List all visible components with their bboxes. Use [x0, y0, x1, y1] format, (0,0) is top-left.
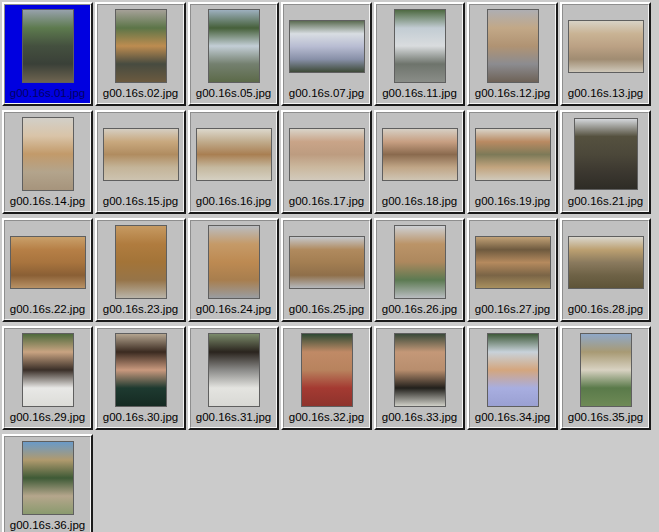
sphinx-statue-photo[interactable] — [22, 117, 74, 191]
three-horse-figurines-photo[interactable] — [289, 236, 365, 289]
thumbnail-cell-inner: g00.16s.29.jpg — [4, 328, 91, 428]
thumbnail-zone — [115, 225, 167, 299]
relief-closeup-photo[interactable] — [115, 225, 167, 299]
thumbnail-cell-inner: g00.16s.25.jpg — [283, 220, 370, 320]
crowd-with-flags-photo[interactable] — [115, 9, 167, 83]
thumbnail-cell[interactable]: g00.16s.34.jpg — [467, 326, 558, 430]
thumbnail-zone — [568, 9, 644, 83]
thumbnail-cell[interactable]: g00.16s.05.jpg — [188, 2, 279, 106]
thumbnail-filename: g00.16s.28.jpg — [568, 302, 643, 316]
thumbnail-filename: g00.16s.01.jpg — [10, 86, 85, 100]
ruins-on-hillside-photo[interactable] — [580, 333, 632, 407]
thumbnail-cell[interactable]: g00.16s.19.jpg — [467, 110, 558, 214]
thumbnail-cell[interactable]: g00.16s.23.jpg — [95, 218, 186, 322]
thumbnail-zone — [475, 117, 551, 191]
animal-relief-fragment-photo[interactable] — [103, 128, 179, 181]
man-with-goatee-portrait-photo[interactable] — [394, 333, 446, 407]
thumbnail-zone — [10, 225, 86, 299]
thumbnail-cell[interactable]: g00.16s.22.jpg — [2, 218, 93, 322]
thumbnail-cell[interactable]: g00.16s.30.jpg — [95, 326, 186, 430]
thumbnail-cell[interactable]: g00.16s.29.jpg — [2, 326, 93, 430]
thumbnail-cell-inner: g00.16s.36.jpg — [4, 436, 91, 532]
thumbnail-zone — [196, 117, 272, 191]
stone-frieze-relief-photo[interactable] — [568, 20, 644, 73]
thumbnail-cell[interactable]: g00.16s.26.jpg — [374, 218, 465, 322]
thumbnail-cell-inner: g00.16s.15.jpg — [97, 112, 184, 212]
thumbnail-cell[interactable]: g00.16s.17.jpg — [281, 110, 372, 214]
thumbnail-cell-inner: g00.16s.32.jpg — [283, 328, 370, 428]
thumbnail-filename: g00.16s.27.jpg — [475, 302, 550, 316]
thumbnail-filename: g00.16s.36.jpg — [10, 518, 85, 532]
thumbnail-filename: g00.16s.29.jpg — [10, 410, 85, 424]
thumbnail-cell[interactable]: g00.16s.36.jpg — [2, 434, 93, 532]
thumbnail-filename: g00.16s.33.jpg — [382, 410, 457, 424]
thumbnail-filename: g00.16s.26.jpg — [382, 302, 457, 316]
ruins-columns-with-people-photo[interactable] — [22, 441, 74, 515]
thumbnail-filename: g00.16s.02.jpg — [103, 86, 178, 100]
thumbnail-zone — [22, 441, 74, 515]
thumbnail-cell[interactable]: g00.16s.16.jpg — [188, 110, 279, 214]
thumbnail-cell-inner: g00.16s.12.jpg — [469, 4, 556, 104]
thumbnail-zone — [301, 333, 353, 407]
thumbnail-filename: g00.16s.23.jpg — [103, 302, 178, 316]
thumbnail-cell[interactable]: g00.16s.35.jpg — [560, 326, 651, 430]
relief-fragments-photo[interactable] — [289, 128, 365, 181]
thumbnail-zone — [22, 117, 74, 191]
thumbnail-cell-inner: g00.16s.23.jpg — [97, 220, 184, 320]
thumbnail-cell[interactable]: g00.16s.12.jpg — [467, 2, 558, 106]
thumbnail-cell-inner: g00.16s.30.jpg — [97, 328, 184, 428]
thumbnail-filename: g00.16s.22.jpg — [10, 302, 85, 316]
group-near-white-van-photo[interactable] — [394, 9, 446, 83]
thumbnail-zone — [289, 225, 365, 299]
thumbnail-cell[interactable]: g00.16s.13.jpg — [560, 2, 651, 106]
thumbnail-filename: g00.16s.34.jpg — [475, 410, 550, 424]
thumbnail-cell[interactable]: g00.16s.24.jpg — [188, 218, 279, 322]
smiling-woman-portrait-photo[interactable] — [115, 333, 167, 407]
draped-woman-statue-photo[interactable] — [208, 225, 260, 299]
thumbnail-cell-inner: g00.16s.17.jpg — [283, 112, 370, 212]
pink-relief-fragments-photo[interactable] — [382, 128, 458, 181]
thumbnail-zone — [208, 225, 260, 299]
thumbnail-cell[interactable]: g00.16s.31.jpg — [188, 326, 279, 430]
two-relief-fragments-photo[interactable] — [475, 128, 551, 181]
thumbnail-cell[interactable]: g00.16s.11.jpg — [374, 2, 465, 106]
reclining-figures-relief-photo[interactable] — [10, 236, 86, 289]
valley-view-photo[interactable] — [289, 20, 365, 73]
frieze-head-relief-photo[interactable] — [475, 236, 551, 289]
crowd-with-greek-flag-photo[interactable] — [22, 9, 74, 83]
thumbnail-cell[interactable]: g00.16s.18.jpg — [374, 110, 465, 214]
thumbnail-cell[interactable]: g00.16s.28.jpg — [560, 218, 651, 322]
thumbnail-cell-inner: g00.16s.07.jpg — [283, 4, 370, 104]
thumbnail-cell-inner: g00.16s.16.jpg — [190, 112, 277, 212]
shadowed-figure-relief-photo[interactable] — [568, 236, 644, 289]
man-playing-flute-photo[interactable] — [301, 333, 353, 407]
thumbnail-cell[interactable]: g00.16s.27.jpg — [467, 218, 558, 322]
woman-white-top-portrait-photo[interactable] — [22, 333, 74, 407]
thumbnail-cell-inner: g00.16s.34.jpg — [469, 328, 556, 428]
person-with-camera-photo[interactable] — [208, 333, 260, 407]
standing-statue-photo[interactable] — [394, 225, 446, 299]
thumbnail-zone — [394, 225, 446, 299]
stone-fragment-photo[interactable] — [196, 128, 272, 181]
thumbnail-cell[interactable]: g00.16s.02.jpg — [95, 2, 186, 106]
thumbnail-cell[interactable]: g00.16s.25.jpg — [281, 218, 372, 322]
thumbnail-cell[interactable]: g00.16s.21.jpg — [560, 110, 651, 214]
man-lavender-shirt-portrait-photo[interactable] — [487, 333, 539, 407]
kouros-twin-statues-photo[interactable] — [574, 118, 638, 190]
omphalos-stone-photo[interactable] — [487, 9, 539, 83]
greek-german-flags-hillside-photo[interactable] — [208, 9, 260, 83]
thumbnail-cell[interactable]: g00.16s.07.jpg — [281, 2, 372, 106]
thumbnail-cell-inner: g00.16s.35.jpg — [562, 328, 649, 428]
thumbnail-cell-selected[interactable]: g00.16s.01.jpg — [2, 2, 93, 106]
thumbnail-filename: g00.16s.24.jpg — [196, 302, 271, 316]
thumbnail-filename: g00.16s.07.jpg — [289, 86, 364, 100]
thumbnail-filename: g00.16s.35.jpg — [568, 410, 643, 424]
thumbnail-filename: g00.16s.13.jpg — [568, 86, 643, 100]
thumbnail-zone — [475, 225, 551, 299]
thumbnail-cell[interactable]: g00.16s.32.jpg — [281, 326, 372, 430]
thumbnail-zone — [103, 117, 179, 191]
thumbnail-cell[interactable]: g00.16s.33.jpg — [374, 326, 465, 430]
thumbnail-cell-inner: g00.16s.27.jpg — [469, 220, 556, 320]
thumbnail-cell[interactable]: g00.16s.14.jpg — [2, 110, 93, 214]
thumbnail-cell[interactable]: g00.16s.15.jpg — [95, 110, 186, 214]
